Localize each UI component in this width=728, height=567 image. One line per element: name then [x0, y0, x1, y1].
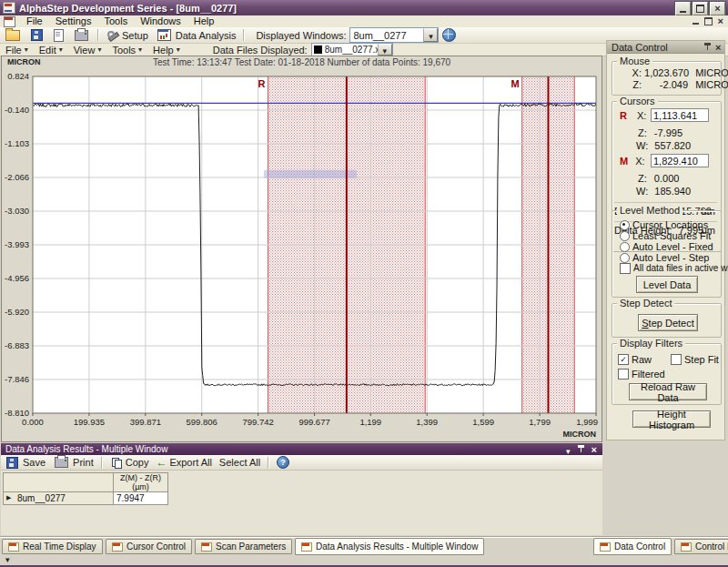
results-save-button[interactable]: Save [1, 455, 49, 471]
pin-icon[interactable] [704, 43, 711, 52]
radio-label-least-squares-fit: Least Squares Fit [632, 230, 711, 241]
mouse-z-unit: MICRON [695, 79, 728, 90]
title-bar: AlphaStep Development Series - [8um__027… [0, 0, 728, 15]
mdi-restore-button[interactable] [704, 17, 713, 25]
y-tick-label: -4.956 [5, 273, 29, 283]
cursor-label-m: M [511, 78, 520, 89]
save-icon [31, 29, 43, 41]
document-icon[interactable] [4, 16, 15, 27]
mouse-x-value: 1,023.670 [644, 67, 688, 78]
select-all-button[interactable]: Select All [216, 455, 264, 470]
globe-icon[interactable] [442, 28, 456, 42]
reload-raw-data-button[interactable]: Reload Raw Data [629, 383, 707, 400]
all-data-files-checkbox[interactable] [620, 263, 631, 274]
displayed-windows-combobox[interactable]: 8um__0277 [349, 27, 439, 43]
window-icon [201, 542, 212, 552]
r-cursor-letter: R [620, 110, 627, 121]
filebar-menu-help[interactable]: Help [147, 44, 186, 56]
tab-label: Real Time Display [23, 542, 96, 552]
x-tick-label: 0.000 [22, 417, 44, 427]
smart-tag-dropdown-icon[interactable] [5, 555, 10, 564]
menu-item-windows[interactable]: Windows [134, 15, 187, 27]
radio-auto-level-fixed[interactable] [620, 242, 630, 252]
application-window: AlphaStep Development Series - [8um__027… [0, 0, 728, 567]
results-panel: Data Analysis Results - Multiple Window … [1, 443, 602, 535]
window-icon [681, 542, 692, 552]
open-button[interactable] [0, 28, 25, 43]
tab-data-analysis-results-multiple-window[interactable]: Data Analysis Results - Multiple Window [295, 538, 484, 555]
mdi-close-button[interactable] [718, 16, 723, 26]
x-axis-title: MICRON [563, 430, 597, 439]
level-data-button[interactable]: Level Data [636, 276, 698, 293]
row-header-cell[interactable]: 8um__0277 [4, 492, 114, 505]
results-toolbar: Save Print Copy Export All Select All [1, 455, 602, 471]
raw-checkbox[interactable] [618, 354, 629, 365]
tab-cursor-control[interactable]: Cursor Control [106, 539, 192, 554]
menu-item-tools[interactable]: Tools [97, 15, 134, 27]
print-preview-button[interactable] [48, 27, 69, 44]
results-close-button[interactable]: × [592, 445, 597, 454]
restore-button[interactable] [693, 2, 708, 15]
filebar-menu-edit[interactable]: Edit [34, 44, 68, 56]
tab-label: Cursor Control [126, 542, 186, 552]
filebar-menu-view[interactable]: View [68, 44, 107, 56]
radio-cursor-locations[interactable] [620, 220, 630, 230]
setup-button[interactable]: Setup [103, 28, 152, 43]
tab-control-panel[interactable]: Control Panel [674, 539, 728, 554]
minimize-button[interactable] [675, 2, 691, 15]
app-icon [3, 2, 15, 14]
r-w-value: 557.820 [654, 140, 691, 151]
y-tick-label: -1.103 [5, 138, 29, 148]
step-fit-label: Step Fit [684, 354, 719, 365]
help-icon[interactable] [277, 456, 289, 469]
menu-item-help[interactable]: Help [187, 15, 221, 27]
save-button[interactable] [25, 27, 48, 43]
y-tick-label: -5.920 [5, 307, 29, 317]
filtered-checkbox[interactable] [618, 369, 629, 380]
combo-dropdown-button[interactable] [423, 28, 438, 42]
data-files-combobox[interactable]: 8um__0277.xml [311, 43, 393, 56]
data-control-close-button[interactable]: × [715, 43, 721, 52]
m-z-label: Z: [638, 173, 647, 184]
tab-data-control[interactable]: Data Control [593, 538, 672, 555]
copy-button[interactable]: Copy [106, 455, 153, 470]
printer-icon [75, 30, 88, 41]
tab-scan-parameters[interactable]: Scan Parameters [195, 539, 292, 554]
filtered-label: Filtered [632, 369, 665, 380]
x-tick-label: 799.742 [242, 417, 273, 427]
results-print-button[interactable]: Print [49, 455, 97, 470]
filebar-menu-file[interactable]: File [0, 44, 34, 56]
mdi-minimize-button[interactable] [693, 19, 699, 25]
filebar-menu-tools[interactable]: Tools [106, 44, 147, 56]
r-cursor-x-input[interactable] [651, 108, 709, 122]
radio-least-squares-fit[interactable] [620, 231, 630, 241]
step-fit-checkbox[interactable] [671, 354, 682, 365]
print-button[interactable] [69, 28, 94, 43]
pin-icon[interactable] [578, 445, 584, 454]
mouse-x-row: X: 1,023.670 MICRON [631, 67, 728, 78]
tab-real-time-display[interactable]: Real Time Display [2, 539, 103, 554]
menu-item-settings[interactable]: Settings [49, 15, 98, 27]
data-analysis-button[interactable]: Data Analysis [152, 27, 240, 43]
height-histogram-button[interactable]: Height Histogram [632, 410, 711, 428]
mouse-x-label: X: [631, 67, 642, 78]
document-preview-icon [54, 29, 64, 42]
open-folder-icon [5, 30, 20, 41]
close-button[interactable] [710, 2, 725, 15]
combo-dropdown-button[interactable] [378, 44, 392, 56]
window-icon [301, 542, 312, 552]
m-cursor-x-input[interactable] [651, 154, 709, 167]
print-label: Print [73, 457, 94, 468]
step-detect-label: Step Detect [642, 318, 693, 329]
window-icon [112, 542, 123, 552]
height-histogram-label: Height Histogram [633, 409, 710, 430]
profile-chart[interactable]: RM0.000199.935399.871599.806799.742999.6… [2, 56, 602, 441]
toolbar-separator [101, 457, 103, 469]
step-detect-button[interactable]: Step Detect [638, 314, 698, 331]
menu-item-file[interactable]: File [20, 15, 49, 27]
radio-auto-level-step[interactable] [620, 253, 630, 263]
export-all-button[interactable]: Export All [152, 454, 215, 471]
table-row[interactable]: 8um__0277 7.9947 [4, 492, 168, 505]
mouse-z-value: -2.049 [644, 79, 688, 90]
setup-icon [107, 30, 118, 41]
